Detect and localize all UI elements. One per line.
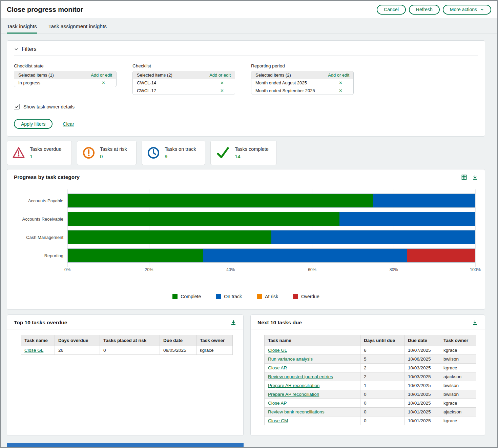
table-cell: 2 xyxy=(360,364,404,372)
task-link[interactable]: Close AP xyxy=(268,401,287,406)
summary-card-text: Tasks complete14 xyxy=(235,146,269,159)
legend-item: Overdue xyxy=(293,294,319,299)
legend-label: Complete xyxy=(181,294,201,299)
task-link[interactable]: Review bank reconciliations xyxy=(268,409,325,414)
overdue-panel-title: Top 10 tasks overdue xyxy=(14,320,67,326)
plot-area xyxy=(67,191,475,265)
selected-items-header: Selected items (2)Add or edit xyxy=(133,71,235,79)
bar-segment-on-track xyxy=(373,194,475,207)
task-name-cell: Review bank reconciliations xyxy=(265,408,360,416)
task-name-cell: Run variance analysis xyxy=(265,355,360,364)
remove-item-icon[interactable]: ✕ xyxy=(339,88,343,93)
selected-item-row: Month ended September 2025✕ xyxy=(251,87,353,95)
task-name-cell: Close AR xyxy=(265,364,360,372)
clear-filters-link[interactable]: Clear xyxy=(63,121,74,127)
bar-segment-complete xyxy=(68,194,373,207)
x-tick-label: 100% xyxy=(470,267,481,272)
table-cell: 10/01/2025 xyxy=(404,390,440,399)
category-label: Cash Management xyxy=(14,228,67,246)
remove-item-icon[interactable]: ✕ xyxy=(339,80,343,85)
task-name-cell: Close GL xyxy=(265,346,360,355)
table-cell: kgrace xyxy=(196,346,233,355)
download-icon[interactable] xyxy=(472,174,478,180)
table-cell: 10/06/2025 xyxy=(404,355,440,364)
legend-item: On track xyxy=(216,294,242,299)
chart-bar-row xyxy=(67,228,475,246)
download-icon[interactable] xyxy=(230,320,236,326)
table-row: Close AP010/01/2025kgrace xyxy=(265,399,476,408)
app-header: Close progress monitor Cancel Refresh Mo… xyxy=(1,1,497,18)
table-cell: 10/01/2025 xyxy=(404,408,440,416)
remove-item-icon[interactable]: ✕ xyxy=(220,80,224,85)
task-name-cell: Prepare AP reconciliation xyxy=(265,390,360,399)
task-link[interactable]: Close GL xyxy=(24,348,43,353)
chart-toolbar xyxy=(461,174,478,180)
more-actions-button[interactable]: More actions xyxy=(443,5,491,15)
cancel-button[interactable]: Cancel xyxy=(377,5,406,15)
apply-filters-button[interactable]: Apply filters xyxy=(14,119,53,129)
category-label: Accounts Payable xyxy=(14,191,67,210)
tabbar: Task insights Task assignment insights xyxy=(1,18,497,34)
alert-circle-icon xyxy=(82,146,96,160)
show-task-owner-checkbox-row[interactable]: Show task owner details xyxy=(14,104,75,109)
checkbox-checked-icon[interactable] xyxy=(14,104,20,109)
tab-task-insights[interactable]: Task insights xyxy=(7,18,37,34)
summary-card-label: Tasks on track xyxy=(165,146,196,152)
selected-items-count: Selected items (1) xyxy=(18,73,54,78)
selected-item-label: CWCL-14 xyxy=(137,80,156,85)
selected-item-row: CWCL-17✕ xyxy=(133,87,235,95)
selected-item-label: In progress xyxy=(18,80,40,85)
filter-group: Reporting periodSelected items (2)Add or… xyxy=(251,63,354,95)
task-link[interactable]: Prepare AP reconciliation xyxy=(268,392,319,397)
task-link[interactable]: Review unposted journal entries xyxy=(268,374,333,379)
task-name-cell: Close GL xyxy=(21,346,55,355)
task-link[interactable]: Close AR xyxy=(268,365,287,370)
refresh-button[interactable]: Refresh xyxy=(409,5,440,15)
table-cell: 10/01/2025 xyxy=(404,399,440,408)
column-header: Tasks placed at risk xyxy=(100,335,160,346)
close-progress-monitor-page: Close progress monitor Cancel Refresh Mo… xyxy=(0,0,498,448)
column-header: Due date xyxy=(160,335,196,346)
next-due-table: Task nameDays until dueDue dateTask owne… xyxy=(264,335,476,425)
chart-bar-row xyxy=(67,210,475,228)
add-or-edit-link[interactable]: Add or edit xyxy=(91,73,112,78)
stacked-bar xyxy=(67,194,475,208)
selected-items-header: Selected items (1)Add or edit xyxy=(14,71,116,79)
task-link[interactable]: Prepare AR reconciliation xyxy=(268,383,319,388)
filter-group-label: Checklist xyxy=(132,63,235,68)
tab-task-assignment-insights[interactable]: Task assignment insights xyxy=(48,18,107,34)
task-link[interactable]: Close CM xyxy=(268,418,288,423)
warning-triangle-icon xyxy=(12,146,25,160)
progress-chart-panel: Progress by task category Accounts Payab… xyxy=(7,169,485,310)
chevron-down-icon xyxy=(480,7,484,12)
task-link[interactable]: Run variance analysis xyxy=(268,357,313,362)
summary-card: Tasks overdue1 xyxy=(7,141,72,165)
x-tick-label: 0% xyxy=(64,267,70,272)
task-link[interactable]: Close GL xyxy=(268,348,287,353)
table-view-icon[interactable] xyxy=(461,174,467,180)
header-actions: Cancel Refresh More actions xyxy=(377,5,491,15)
task-name-cell: Review unposted journal entries xyxy=(265,372,360,381)
table-cell: kgrace xyxy=(440,346,476,355)
table-cell: 09/05/2025 xyxy=(160,346,196,355)
bar-segment-complete xyxy=(68,212,339,226)
add-or-edit-link[interactable]: Add or edit xyxy=(328,73,349,78)
collapse-chevron-icon[interactable] xyxy=(14,47,19,52)
table-cell: 6 xyxy=(360,346,404,355)
table-row: Run variance analysis510/06/2025bwilson xyxy=(265,355,476,364)
summary-card-value: 0 xyxy=(100,154,127,159)
x-axis-ticks: 0%20%40%60%80%100% xyxy=(67,267,475,275)
add-or-edit-link[interactable]: Add or edit xyxy=(209,73,231,78)
bar-segment-on-track xyxy=(203,249,407,262)
download-icon[interactable] xyxy=(472,320,478,326)
table-cell: ajackson xyxy=(440,408,476,416)
selected-item-label: CWCL-17 xyxy=(137,88,156,93)
filters-title: Filters xyxy=(22,46,37,52)
filter-group-label: Checklist state xyxy=(14,63,117,68)
table-cell: 10/03/2025 xyxy=(404,372,440,381)
table-cell: kgrace xyxy=(440,364,476,372)
selected-items-box: Selected items (2)Add or editMonth ended… xyxy=(251,71,354,95)
table-cell: 26 xyxy=(55,346,100,355)
remove-item-icon[interactable]: ✕ xyxy=(220,88,224,93)
remove-item-icon[interactable]: ✕ xyxy=(102,80,105,85)
